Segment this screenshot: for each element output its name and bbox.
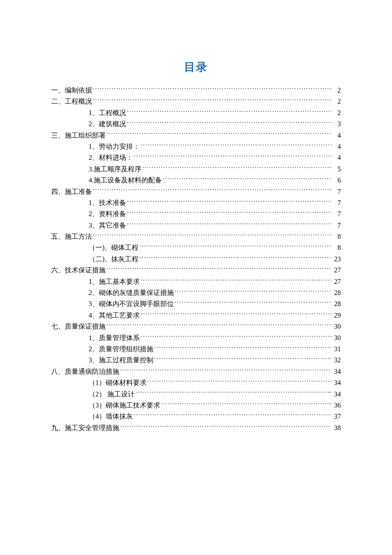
toc-title: 目录 [51,60,341,75]
toc-entry[interactable]: 二、工程概况2 [51,96,341,107]
toc-entry-page: 8 [332,242,341,253]
toc-entry[interactable]: 2、砌体的灰缝质量保证措施28 [51,287,341,298]
toc-leader-dots [134,412,331,419]
toc-leader-dots [93,232,331,239]
toc-entry[interactable]: 五、施工方法8 [51,231,341,242]
toc-entry[interactable]: （一)、砌体工程8 [51,242,341,253]
toc-entry-label: 九、施工安全管理措施 [51,422,119,434]
toc-entry[interactable]: 六、技术保证措施27 [51,265,341,276]
toc-entry-label: 2、材料进场： [89,152,133,163]
toc-entry[interactable]: 1、技术准备7 [51,197,341,208]
toc-entry[interactable]: 2、质量管理组织措施31 [51,344,341,355]
toc-entry[interactable]: （1）砌体材料要求34 [51,377,341,388]
toc-entry-page: 38 [332,422,341,434]
toc-entry[interactable]: 4.施工设备及材料的配备6 [51,175,341,186]
toc-entry-page: 23 [332,254,341,265]
toc-leader-dots [134,153,331,160]
toc-entry-page: 7 [332,220,341,231]
toc-entry-label: 二、工程概况 [51,96,92,107]
toc-entry-page: 36 [332,400,341,411]
toc-leader-dots [154,344,331,351]
toc-entry[interactable]: 4、其他工艺要求29 [51,310,341,321]
toc-entry-page: 34 [332,377,341,388]
toc-leader-dots [127,209,331,216]
toc-entry-label: 八、质量通病防治措施 [51,366,119,377]
toc-entry-page: 29 [332,310,341,321]
toc-leader-dots [141,311,331,318]
toc-leader-dots [142,165,331,171]
toc-entry-page: 27 [332,265,341,276]
toc-entry[interactable]: 三、施工组织部署4 [51,130,341,141]
toc-entry[interactable]: 1、施工基本要求27 [51,276,341,287]
toc-entry[interactable]: （3）砌体施工技术要求36 [51,400,341,411]
toc-entry-page: 28 [332,298,341,309]
toc-leader-dots [93,97,331,104]
toc-entry-label: 2、质量管理组织措施 [89,344,153,355]
toc-entry-page: 3 [332,119,341,130]
toc-entry-label: （2） 施工设计 [89,389,135,400]
toc-entry-label: 三、施工组织部署 [51,130,106,141]
toc-entry-page: 5 [332,164,341,175]
toc-entry[interactable]: 九、施工安全管理措施38 [51,422,341,434]
toc-entry-page: 4 [332,130,341,141]
toc-leader-dots [175,299,331,306]
toc-entry[interactable]: 七、质量保证措施30 [51,321,341,332]
toc-entry-label: 2、建筑概况 [89,119,126,130]
toc-entry-page: 6 [332,175,341,186]
toc-entry[interactable]: 3、施工过程质量控制32 [51,355,341,366]
toc-leader-dots [107,131,331,138]
toc-entry[interactable]: 四、施工准备7 [51,186,341,197]
toc-entry-page: 2 [332,107,341,119]
toc-entry[interactable]: 3.施工顺序及程序5 [51,164,341,175]
toc-entry[interactable]: 八、质量通病防治措施34 [51,366,341,377]
toc-entry[interactable]: 3、砌体内不宜设脚手眼部位28 [51,298,341,309]
toc-leader-dots [141,277,331,284]
toc-entry[interactable]: （二)、抹灰工程23 [51,254,341,265]
toc-entry-label: （一)、砌体工程 [89,242,138,253]
toc-leader-dots [93,86,331,92]
toc-entry[interactable]: （4）墙体抹灰37 [51,411,341,422]
toc-entry-page: 2 [332,85,341,96]
toc-leader-dots [127,119,331,126]
toc-entry-label: 2、资料准备 [89,208,126,220]
toc-entry-label: 四、施工准备 [51,186,92,197]
toc-entry-label: （二)、抹灰工程 [89,254,138,265]
toc-entry[interactable]: 1、质量管理体系30 [51,332,341,344]
toc-leader-dots [141,333,331,340]
toc-leader-dots [120,423,331,430]
toc-entry-page: 34 [332,366,341,377]
toc-leader-dots [127,108,331,115]
toc-entry-label: 六、技术保证措施 [51,265,106,276]
toc-entry-label: （1）砌体材料要求 [89,377,147,388]
toc-entry[interactable]: 2、建筑概况3 [51,119,341,130]
toc-entry-page: 28 [332,287,341,298]
toc-entry[interactable]: 1、劳动力安排：4 [51,141,341,152]
toc-entry-label: 4、其他工艺要求 [89,310,140,321]
toc-leader-dots [107,322,331,329]
toc-entry[interactable]: 一、编制依据2 [51,85,341,96]
toc-leader-dots [175,288,331,295]
toc-leader-dots [139,243,331,250]
toc-leader-dots [127,198,331,205]
toc-leader-dots [93,187,331,194]
toc-entry-page: 34 [332,389,341,400]
toc-entry-page: 32 [332,355,341,366]
toc-entry-label: 1、施工基本要求 [89,276,140,287]
toc-leader-dots [141,142,331,149]
toc-entry-label: 七、质量保证措施 [51,321,106,332]
toc-entry-label: 1、工程概况 [89,107,126,119]
toc-entry[interactable]: 3、其它准备7 [51,220,341,231]
toc-entry[interactable]: 1、工程概况2 [51,107,341,119]
toc-entry-page: 7 [332,208,341,220]
toc-entry-label: 1、劳动力安排： [89,141,140,152]
toc-entry-page: 31 [332,344,341,355]
toc-entry-page: 27 [332,276,341,287]
toc-entry-page: 8 [332,231,341,242]
toc-entry-label: （3）砌体施工技术要求 [89,400,160,411]
toc-entry-label: 4.施工设备及材料的配备 [89,175,162,186]
toc-entry[interactable]: 2、资料准备7 [51,208,341,220]
toc-entry-page: 37 [332,411,341,422]
toc-entry[interactable]: 2、材料进场：4 [51,152,341,163]
toc-entry[interactable]: （2） 施工设计34 [51,389,341,400]
toc-entry-label: 3.施工顺序及程序 [89,164,141,175]
